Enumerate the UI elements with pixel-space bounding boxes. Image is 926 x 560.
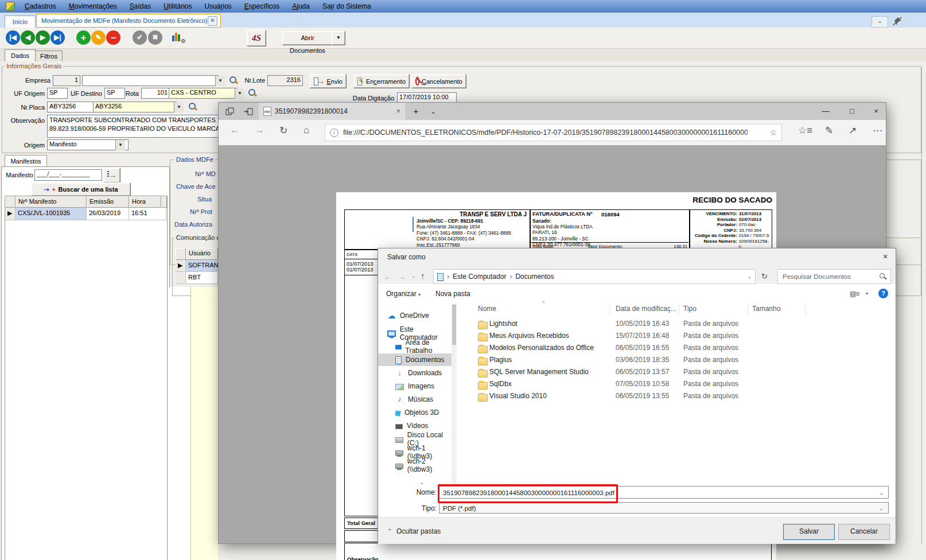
sidebar-item-wch-2-dbw3[interactable]: wch-2 (\\dbw3) bbox=[378, 459, 452, 472]
annotate-pen-icon[interactable]: ✎ bbox=[825, 125, 833, 137]
tab-preview-icon[interactable] bbox=[225, 107, 234, 116]
sidebar-item-downloads[interactable]: Downloads bbox=[378, 367, 452, 379]
subtab-dados[interactable]: Dados bbox=[5, 49, 36, 62]
sidebar-item-onedrive[interactable]: OneDrive bbox=[378, 309, 452, 322]
organizar-button[interactable]: Organizar ▾ bbox=[386, 290, 421, 298]
url-bar[interactable]: i file:///C:/DOCUMENTOS_ELETRONICOS/mdfe… bbox=[325, 124, 782, 141]
rota-input[interactable]: 101 bbox=[141, 88, 170, 99]
placa-input[interactable]: ABY3256 bbox=[47, 102, 94, 112]
sidebar-item-objetos-3d[interactable]: Objetos 3D bbox=[378, 406, 452, 419]
sidebar-item-disco-local-c[interactable]: Disco Local (C:) bbox=[378, 433, 452, 445]
tab-list-dropdown-icon[interactable]: ⌄ bbox=[426, 103, 440, 120]
abrir-documentos-dropdown[interactable]: ▼ bbox=[332, 31, 345, 45]
search-box[interactable]: Pesquisar Documentos bbox=[777, 269, 891, 284]
file-row-sqldbx[interactable]: SqlDbx07/05/2019 10:58Pasta de arquivos bbox=[458, 380, 894, 392]
sidebar-item-imagens[interactable]: Imagens bbox=[378, 380, 452, 392]
col-header-data[interactable]: Data de modificaç... bbox=[616, 305, 676, 313]
favorites-list-icon[interactable]: ☆≡ bbox=[798, 125, 812, 137]
file-row-plagius[interactable]: Plagius03/06/2019 18:35Pasta de arquivos bbox=[458, 356, 894, 368]
ocultar-chevron-icon[interactable]: ⌃ bbox=[387, 528, 392, 534]
rota-combo-dropdown-icon[interactable]: ▼ bbox=[235, 88, 244, 99]
tab-inicio[interactable]: Início bbox=[5, 15, 36, 28]
refresh-icon[interactable]: ↻ bbox=[279, 125, 287, 137]
file-row-sql-server-management-studio[interactable]: SQL Server Management Studio06/05/2019 1… bbox=[458, 368, 894, 380]
favorite-star-icon[interactable]: ☆ bbox=[769, 128, 777, 137]
rota-search-icon[interactable] bbox=[248, 88, 257, 98]
sidebar-item-documentos[interactable]: Documentos bbox=[378, 353, 452, 366]
dialog-history-dropdown-icon[interactable]: ⌄ bbox=[411, 273, 416, 279]
sidebar-scrollbar-thumb[interactable] bbox=[452, 305, 456, 345]
filename-dropdown-icon[interactable]: ⌄ bbox=[879, 487, 884, 499]
sidebar-item-v-deos[interactable]: Vídeos bbox=[378, 419, 452, 432]
home-icon[interactable]: ⌂ bbox=[304, 125, 309, 136]
subtab-filtros[interactable]: Filtros bbox=[35, 50, 63, 63]
confirm-button[interactable]: ✔ bbox=[133, 30, 147, 45]
view-mode-dropdown-icon[interactable]: ▾ bbox=[866, 291, 868, 296]
empresa-input[interactable]: 1 bbox=[53, 75, 80, 86]
sidebar-item-wch-1-dbw3[interactable]: wch-1 (\\dbw3) bbox=[378, 446, 452, 458]
rota-combo[interactable]: CXS - CENTRO bbox=[169, 88, 238, 99]
view-mode-icon[interactable]: ▤≡ bbox=[850, 290, 859, 298]
menu-sa-das[interactable]: Saídas bbox=[123, 1, 157, 12]
minimize-button[interactable]: — bbox=[812, 103, 839, 120]
share-icon[interactable]: ↗ bbox=[849, 125, 857, 137]
grid-col-hora[interactable]: Hora bbox=[129, 196, 161, 208]
grid-cell-hora[interactable]: 16:51 bbox=[129, 208, 166, 220]
tab-overflow-button[interactable]: ⌄ bbox=[871, 16, 888, 28]
sidebar-item-rea-de-trabalho[interactable]: Área de Trabalho bbox=[378, 340, 452, 353]
manifestos-tab[interactable]: Manifestos bbox=[5, 155, 47, 168]
abrir-documentos-button[interactable]: Abrir Documentos bbox=[282, 31, 333, 45]
add-record-button[interactable]: + bbox=[76, 30, 91, 45]
search-icon[interactable] bbox=[879, 273, 887, 281]
sidebar-item-m-sicas[interactable]: Músicas bbox=[378, 393, 452, 406]
menu-utilit-rios[interactable]: Utilitários bbox=[157, 1, 198, 12]
set-tabs-aside-icon[interactable] bbox=[244, 107, 253, 116]
file-row-lightshot[interactable]: Lightshot10/05/2019 16:43Pasta de arquiv… bbox=[458, 320, 894, 332]
first-record-button[interactable]: |◀ bbox=[6, 30, 20, 45]
grid-cell-nr[interactable]: CXS/JVL-1001935 bbox=[15, 208, 87, 220]
manifesto-mask-input[interactable]: ___/___-________ bbox=[34, 169, 102, 181]
user-grid-col-usuario[interactable]: Usuário bbox=[186, 248, 218, 260]
file-row-meus-arquivos-recebidos[interactable]: Meus Arquivos Recebidos15/07/2019 16:48P… bbox=[458, 332, 894, 344]
user-row-softran[interactable]: SOFTRAN bbox=[186, 260, 218, 272]
breadcrumb-current[interactable]: Documentos bbox=[515, 273, 554, 281]
placa-combo-dropdown-icon[interactable]: ▼ bbox=[174, 102, 184, 112]
ocultar-pastas-button[interactable]: Ocultar pastas bbox=[396, 527, 441, 535]
encerramento-button[interactable]: ✎ Encerramento bbox=[353, 74, 410, 88]
delete-record-button[interactable]: − bbox=[106, 30, 120, 45]
menu-ajuda[interactable]: Ajuda bbox=[286, 1, 316, 12]
dialog-back-icon[interactable]: ← bbox=[384, 271, 392, 281]
user-row-rbt[interactable]: RBT bbox=[186, 272, 218, 284]
edit-record-button[interactable]: ✎ bbox=[91, 30, 106, 45]
placa-search-icon[interactable] bbox=[188, 102, 197, 111]
manifesto-go-button[interactable]: → bbox=[103, 168, 120, 183]
grid-cell-emissao[interactable]: 26/03/2019 bbox=[87, 208, 129, 220]
cancel-edit-button[interactable]: ✖ bbox=[148, 30, 162, 45]
back-icon[interactable]: ← bbox=[230, 125, 240, 136]
sidebar-more-chevron-icon[interactable]: ⌄ bbox=[419, 479, 424, 485]
last-record-button[interactable]: ▶| bbox=[50, 30, 65, 45]
menu-usu-rios[interactable]: Usuários bbox=[198, 1, 238, 12]
forward-icon[interactable]: → bbox=[255, 125, 264, 136]
empresa-combo[interactable] bbox=[82, 75, 219, 86]
file-row-visual-studio-2010[interactable]: Visual Studio 201006/05/2019 13:55Pasta … bbox=[458, 392, 894, 404]
breadcrumb-dropdown-icon[interactable]: ⌄ bbox=[747, 274, 752, 279]
menu-espec-ficos[interactable]: Específicos bbox=[238, 1, 286, 12]
softran-logo-button[interactable]: 4S bbox=[247, 30, 266, 46]
cancelar-button[interactable]: Cancelar bbox=[838, 524, 890, 540]
salvar-button[interactable]: Salvar bbox=[783, 524, 835, 540]
dialog-refresh-icon[interactable]: ↻ bbox=[761, 272, 768, 281]
uf-origem-input[interactable]: SP bbox=[47, 88, 68, 99]
menu-movimenta-es[interactable]: Movimentações bbox=[63, 1, 123, 12]
nova-pasta-button[interactable]: Nova pasta bbox=[435, 290, 470, 298]
tab-movimentacao-mdfe[interactable]: Movimentação de MDFe (Manifesto Document… bbox=[36, 14, 221, 28]
col-header-nome[interactable]: Nome bbox=[478, 305, 496, 313]
placa-combo[interactable]: ABY3256 bbox=[93, 102, 177, 112]
tab-close-icon[interactable]: ✕ bbox=[208, 16, 217, 26]
info-icon[interactable]: i bbox=[330, 129, 339, 137]
origem-combo-dropdown-icon[interactable]: ▼ bbox=[115, 140, 125, 150]
sidebar-scrollbar[interactable] bbox=[452, 304, 457, 485]
breadcrumb[interactable]: › Este Computador › Documentos ⌄ bbox=[433, 269, 756, 284]
help-icon[interactable]: ? bbox=[878, 289, 888, 298]
grid-col-nr-manifesto[interactable]: Nrº Manifesto bbox=[15, 196, 87, 208]
